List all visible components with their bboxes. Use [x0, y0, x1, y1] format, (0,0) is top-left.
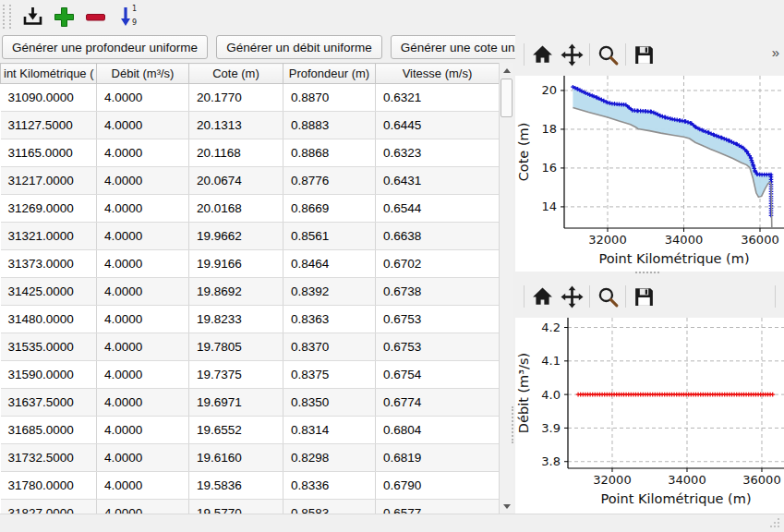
- table-cell[interactable]: 4.0000: [97, 167, 189, 195]
- table-row[interactable]: 31827.00004.000019.57700.85830.6577: [1, 500, 500, 514]
- table-cell[interactable]: 4.0000: [97, 139, 189, 167]
- zoom-button[interactable]: [593, 282, 622, 311]
- table-cell[interactable]: 0.6577: [376, 500, 500, 514]
- table-cell[interactable]: 0.6431: [376, 167, 500, 195]
- table-cell[interactable]: 4.0000: [97, 417, 189, 444]
- table-cell[interactable]: 0.8776: [283, 167, 376, 195]
- table-cell[interactable]: 0.6754: [376, 361, 500, 389]
- table-cell[interactable]: 0.6804: [376, 417, 500, 444]
- table-cell[interactable]: 0.8298: [283, 444, 376, 472]
- horizontal-splitter[interactable]: [635, 272, 659, 277]
- scrollbar-thumb[interactable]: [501, 79, 513, 117]
- remove-row-button[interactable]: [79, 2, 111, 31]
- table-row[interactable]: 31685.00004.000019.65520.83140.6804: [1, 417, 500, 444]
- generate-uniform-depth-button[interactable]: Générer une profondeur uniforme: [2, 35, 208, 59]
- table-cell[interactable]: 0.8583: [283, 500, 376, 514]
- debit-profile-chart[interactable]: 3200034000360003.83.94.04.14.2Point Kilo…: [515, 318, 784, 514]
- table-cell[interactable]: 4.0000: [97, 223, 189, 250]
- table-cell[interactable]: 19.9166: [189, 250, 283, 278]
- pan-button[interactable]: [557, 282, 586, 311]
- table-row[interactable]: 31425.00004.000019.86920.83920.6738: [1, 278, 500, 306]
- hydraulic-data-table[interactable]: int Kilométrique (Débit (m³/s)Cote (m)Pr…: [0, 63, 500, 514]
- generate-uniform-discharge-button[interactable]: Générer un débit uniforme: [216, 35, 382, 59]
- save-button[interactable]: [629, 40, 658, 69]
- table-row[interactable]: 31637.50004.000019.69710.83500.6774: [1, 389, 500, 417]
- table-cell[interactable]: 31637.5000: [1, 389, 97, 417]
- table-cell[interactable]: 4.0000: [97, 306, 189, 333]
- table-cell[interactable]: 31373.0000: [1, 250, 97, 278]
- table-cell[interactable]: 0.8392: [283, 278, 376, 306]
- table-cell[interactable]: 20.1770: [189, 84, 283, 112]
- table-cell[interactable]: 19.9662: [189, 223, 283, 250]
- table-cell[interactable]: 20.1313: [189, 112, 283, 139]
- table-row[interactable]: 31165.00004.000020.11680.88680.6323: [1, 139, 500, 167]
- table-cell[interactable]: 0.8350: [283, 389, 376, 417]
- table-row[interactable]: 31090.00004.000020.17700.88700.6321: [1, 84, 500, 112]
- zoom-button[interactable]: [593, 40, 622, 69]
- table-cell[interactable]: 19.6160: [189, 444, 283, 472]
- table-cell[interactable]: 4.0000: [97, 250, 189, 278]
- table-cell[interactable]: 19.8233: [189, 306, 283, 333]
- toolbar-overflow-chevron[interactable]: »: [772, 44, 779, 60]
- table-row[interactable]: 31217.00004.000020.06740.87760.6431: [1, 167, 500, 195]
- table-cell[interactable]: 19.8692: [189, 278, 283, 306]
- table-cell[interactable]: 0.8375: [283, 361, 376, 389]
- table-row[interactable]: 31269.00004.000020.01680.86690.6544: [1, 195, 500, 223]
- table-cell[interactable]: 31269.0000: [1, 195, 97, 223]
- table-cell[interactable]: 4.0000: [97, 195, 189, 223]
- table-cell[interactable]: 31127.5000: [1, 112, 97, 139]
- table-cell[interactable]: 4.0000: [97, 472, 189, 500]
- column-header-3[interactable]: Profondeur (m): [283, 64, 376, 84]
- table-cell[interactable]: 19.6971: [189, 389, 283, 417]
- table-cell[interactable]: 0.6790: [376, 472, 500, 500]
- table-row[interactable]: 31480.00004.000019.82330.83630.6753: [1, 306, 500, 333]
- table-cell[interactable]: 31165.0000: [1, 139, 97, 167]
- table-cell[interactable]: 31090.0000: [1, 84, 97, 112]
- table-cell[interactable]: 19.5770: [189, 500, 283, 514]
- table-row[interactable]: 31590.00004.000019.73750.83750.6754: [1, 361, 500, 389]
- pan-button[interactable]: [557, 40, 586, 69]
- table-cell[interactable]: 4.0000: [97, 112, 189, 139]
- table-cell[interactable]: 4.0000: [97, 278, 189, 306]
- table-row[interactable]: 31535.00004.000019.78050.83700.6753: [1, 333, 500, 361]
- table-cell[interactable]: 0.8669: [283, 195, 376, 223]
- column-header-4[interactable]: Vitesse (m/s): [376, 64, 500, 84]
- table-cell[interactable]: 0.8464: [283, 250, 376, 278]
- table-cell[interactable]: 31425.0000: [1, 278, 97, 306]
- table-cell[interactable]: 0.6702: [376, 250, 500, 278]
- table-cell[interactable]: 4.0000: [97, 84, 189, 112]
- table-cell[interactable]: 31535.0000: [1, 333, 97, 361]
- table-cell[interactable]: 31732.5000: [1, 444, 97, 472]
- table-cell[interactable]: 31590.0000: [1, 361, 97, 389]
- table-cell[interactable]: 31480.0000: [1, 306, 97, 333]
- table-row[interactable]: 31321.00004.000019.96620.85610.6638: [1, 223, 500, 250]
- table-scrollbar[interactable]: [499, 63, 513, 514]
- table-cell[interactable]: 0.6321: [376, 84, 500, 112]
- table-cell[interactable]: 20.1168: [189, 139, 283, 167]
- table-cell[interactable]: 0.8314: [283, 417, 376, 444]
- table-cell[interactable]: 4.0000: [97, 389, 189, 417]
- home-button[interactable]: [527, 282, 557, 311]
- column-header-0[interactable]: int Kilométrique (: [1, 64, 97, 84]
- table-cell[interactable]: 0.8336: [283, 472, 376, 500]
- import-button[interactable]: [17, 2, 48, 31]
- table-row[interactable]: 31127.50004.000020.13130.88830.6445: [1, 112, 500, 139]
- scroll-down-button[interactable]: [500, 499, 513, 514]
- table-cell[interactable]: 0.8370: [283, 333, 376, 361]
- table-cell[interactable]: 0.6738: [376, 278, 500, 306]
- table-cell[interactable]: 0.8883: [283, 112, 376, 139]
- table-row[interactable]: 31373.00004.000019.91660.84640.6702: [1, 250, 500, 278]
- save-button[interactable]: [629, 282, 658, 311]
- table-cell[interactable]: 31780.0000: [1, 472, 97, 500]
- table-cell[interactable]: 0.6323: [376, 139, 500, 167]
- table-cell[interactable]: 31321.0000: [1, 223, 97, 250]
- add-row-button[interactable]: [48, 2, 79, 31]
- table-cell[interactable]: 19.6552: [189, 417, 283, 444]
- scroll-up-button[interactable]: [500, 63, 513, 78]
- table-cell[interactable]: 0.8561: [283, 223, 376, 250]
- table-cell[interactable]: 4.0000: [97, 333, 189, 361]
- table-cell[interactable]: 0.6544: [376, 195, 500, 223]
- table-cell[interactable]: 0.8870: [283, 84, 376, 112]
- table-cell[interactable]: 31217.0000: [1, 167, 97, 195]
- table-cell[interactable]: 4.0000: [97, 500, 189, 514]
